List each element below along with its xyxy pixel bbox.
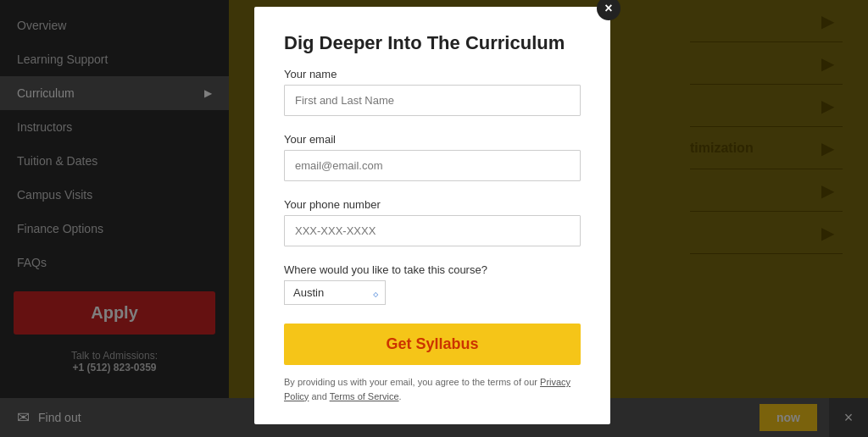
phone-group: Your phone number — [284, 198, 581, 258]
modal-dialog: × Dig Deeper Into The Curriculum Your na… — [254, 7, 610, 424]
email-input[interactable] — [284, 150, 581, 181]
location-label: Where would you like to take this course… — [284, 263, 581, 276]
phone-input[interactable] — [284, 215, 581, 246]
name-label: Your name — [284, 68, 581, 80]
email-group: Your email — [284, 133, 581, 193]
name-group: Your name — [284, 68, 581, 128]
phone-label: Your phone number — [284, 198, 581, 211]
disclaimer-text: By providing us with your email, you agr… — [284, 375, 581, 403]
name-input[interactable] — [284, 85, 581, 116]
modal-title: Dig Deeper Into The Curriculum — [284, 32, 581, 54]
location-select-wrapper: Austin Online New York Dallas ⬦ — [284, 280, 386, 305]
get-syllabus-button[interactable]: Get Syllabus — [284, 324, 581, 365]
tos-link[interactable]: Terms of Service — [330, 391, 399, 401]
location-select[interactable]: Austin Online New York Dallas — [284, 280, 386, 305]
email-label: Your email — [284, 133, 581, 146]
location-group: Where would you like to take this course… — [284, 263, 581, 318]
